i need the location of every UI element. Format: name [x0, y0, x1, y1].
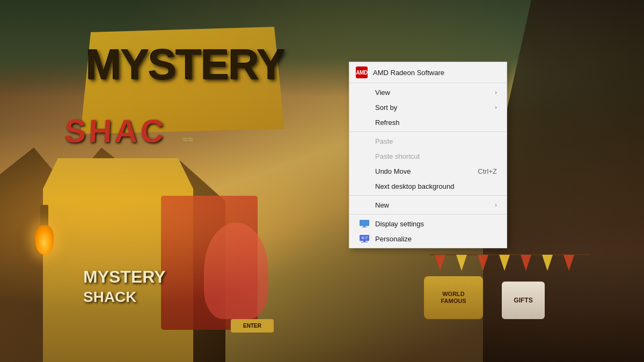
menu-item-refresh[interactable]: Refresh	[349, 115, 507, 130]
undo-move-label: Undo Move	[375, 167, 411, 175]
display-settings-icon	[359, 219, 370, 228]
view-arrow: ›	[495, 89, 497, 95]
svg-rect-16	[363, 241, 365, 242]
menu-section-new: New ›	[349, 195, 507, 214]
menu-item-personalize[interactable]: Personalize	[349, 231, 507, 246]
undo-move-icon	[359, 167, 370, 175]
menu-item-paste: Paste	[349, 134, 507, 149]
display-icon-svg	[360, 220, 369, 227]
personalize-label: Personalize	[375, 235, 412, 243]
mystery-text-small: MYSTERY	[83, 267, 166, 287]
svg-rect-8	[360, 220, 369, 226]
menu-item-new[interactable]: New ›	[349, 197, 507, 212]
paste-shortcut-label: Paste shortcut	[375, 152, 420, 160]
sort-by-icon	[359, 103, 370, 112]
menu-item-new-left: New	[359, 201, 389, 209]
svg-marker-2	[456, 255, 467, 271]
desktop-background: MYSTERY SHAC ≈≈ MYSTERY SHACK WORLDFAMOU…	[0, 0, 644, 362]
personalize-icon-svg	[360, 235, 369, 242]
menu-item-sort-by[interactable]: Sort by ›	[349, 100, 507, 115]
menu-item-paste-shortcut-left: Paste shortcut	[359, 152, 420, 160]
bunting-flags	[429, 249, 590, 282]
menu-item-display-settings[interactable]: Display settings	[349, 216, 507, 231]
shack-text-small: SHACK	[83, 289, 137, 306]
svg-marker-7	[564, 255, 574, 271]
menu-item-personalize-left: Personalize	[359, 234, 412, 243]
menu-item-refresh-left: Refresh	[359, 118, 400, 127]
context-menu-header: AMD AMD Radeon Software	[349, 62, 507, 83]
view-label: View	[375, 88, 390, 97]
menu-section-top: View › Sort by › Refresh	[349, 83, 507, 131]
next-desktop-bg-label: Next desktop background	[375, 182, 454, 190]
gifts-text: GIFTS	[514, 297, 532, 304]
amd-icon: AMD	[356, 67, 368, 78]
next-desktop-bg-icon	[359, 182, 370, 190]
menu-item-undo-move[interactable]: Undo Move Ctrl+Z	[349, 164, 507, 179]
svg-rect-11	[360, 235, 369, 241]
personalize-icon	[359, 234, 370, 243]
refresh-icon	[359, 118, 370, 127]
svg-rect-10	[362, 227, 367, 227]
display-settings-label: Display settings	[375, 220, 424, 228]
enter-text: ENTER	[243, 323, 261, 329]
world-famous-sign: WORLDFAMOUS	[424, 276, 483, 319]
enter-sign: ENTER	[231, 319, 274, 333]
menu-item-next-desktop-bg-left: Next desktop background	[359, 182, 454, 190]
birds: ≈≈	[182, 134, 193, 145]
paste-icon	[359, 137, 370, 145]
menu-section-middle: Paste Paste shortcut Undo Move Ctrl+Z Ne…	[349, 131, 507, 195]
svg-rect-13	[365, 237, 368, 238]
svg-marker-5	[521, 255, 531, 271]
menu-item-display-settings-left: Display settings	[359, 219, 424, 228]
menu-item-paste-shortcut: Paste shortcut	[349, 149, 507, 164]
new-label: New	[375, 201, 389, 209]
gifts-sign: GIFTS	[502, 282, 545, 319]
amd-radeon-label: AMD Radeon Software	[373, 69, 444, 77]
svg-marker-3	[478, 255, 488, 271]
menu-item-paste-left: Paste	[359, 137, 393, 145]
new-arrow: ›	[495, 202, 497, 208]
view-icon	[359, 88, 370, 97]
sort-by-arrow: ›	[495, 104, 497, 110]
context-menu: AMD AMD Radeon Software View › Sort by ›…	[349, 62, 507, 248]
menu-item-sort-by-left: Sort by	[359, 103, 397, 112]
svg-rect-15	[361, 242, 368, 242]
menu-item-next-desktop-bg[interactable]: Next desktop background	[349, 179, 507, 194]
svg-rect-9	[363, 226, 365, 227]
new-icon	[359, 201, 370, 209]
svg-marker-6	[542, 255, 553, 271]
shack-text-big: SHAC	[63, 113, 167, 150]
svg-marker-1	[435, 255, 445, 271]
svg-rect-14	[365, 238, 367, 239]
svg-marker-4	[499, 255, 510, 271]
menu-item-undo-move-left: Undo Move	[359, 167, 411, 175]
paste-shortcut-icon	[359, 152, 370, 160]
menu-item-view[interactable]: View ›	[349, 85, 507, 100]
undo-move-shortcut: Ctrl+Z	[478, 167, 497, 175]
lantern	[35, 225, 54, 255]
menu-item-view-left: View	[359, 88, 390, 97]
menu-section-bottom: Display settings Personalize	[349, 214, 507, 248]
paste-label: Paste	[375, 137, 393, 145]
mystery-text-big: MYSTERY	[86, 40, 284, 90]
amd-icon-label: AMD	[356, 70, 367, 76]
svg-point-12	[362, 237, 364, 239]
sort-by-label: Sort by	[375, 104, 397, 112]
world-famous-text: WORLDFAMOUS	[441, 291, 466, 305]
refresh-label: Refresh	[375, 119, 400, 127]
